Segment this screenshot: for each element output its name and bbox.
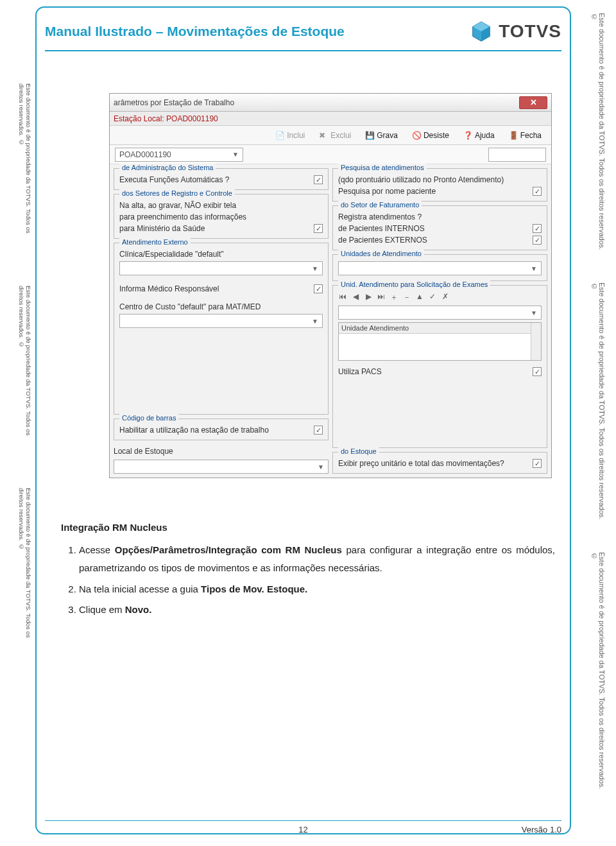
label-habilitar-estacao: Habilitar a utilização na estação de tra…	[119, 426, 269, 435]
exclui-icon: ✖	[319, 131, 328, 140]
chevron-down-icon: ▼	[531, 265, 537, 272]
exclui-button[interactable]: ✖ Exclui	[313, 128, 357, 142]
checkbox-funcoes-auto[interactable]: ✓	[314, 175, 323, 184]
add-icon[interactable]: ＋	[389, 292, 398, 303]
label-pacientes-externos: de Pacientes EXTERNOS	[338, 236, 427, 245]
side-text-left: Este documento é de propriedade da TOTVS…	[18, 83, 32, 250]
window-subtitle: Estação Local: POAD0001190	[110, 112, 551, 126]
grava-icon: 💾	[365, 131, 374, 140]
group-setor-faturamento: do Setor de Faturamento Registra atendim…	[332, 205, 547, 250]
grava-button[interactable]: 💾 Grava	[359, 128, 404, 142]
prev-icon[interactable]: ◀	[351, 292, 360, 303]
station-row: POAD0001190 ▼	[110, 145, 551, 164]
group-atendimento-externo: Atendimento Externo Clínica/Especialidad…	[114, 243, 329, 415]
instruction-text: Integração RM Nucleus Acesse Opções/Parâ…	[61, 519, 555, 622]
group-pesquisa-atendimentos: Pesquisa de atendimentos (qdo prontuário…	[332, 168, 547, 202]
desiste-icon: 🚫	[412, 131, 421, 140]
remove-icon[interactable]: －	[402, 292, 411, 303]
desiste-button[interactable]: 🚫 Desiste	[406, 128, 455, 142]
list-toolbar: ⏮ ◀ ▶ ⏭ ＋ － ▲ ✓ ✗	[338, 292, 542, 303]
ajuda-label: Ajuda	[475, 131, 495, 140]
next-icon[interactable]: ▶	[364, 292, 373, 303]
text-span: Acesse	[79, 544, 115, 555]
cancel-icon[interactable]: ✗	[441, 292, 450, 303]
unid-exame-combo[interactable]: ▼	[338, 306, 542, 320]
section-heading: Integração RM Nucleus	[61, 519, 555, 537]
inclui-icon: 📄	[275, 131, 284, 140]
ajuda-button[interactable]: ❓ Ajuda	[458, 128, 501, 142]
totvs-cube-icon	[469, 19, 493, 44]
checkbox-ministerio-saude[interactable]: ✓	[314, 224, 323, 233]
label-exibir-preco: Exibir preço unitário e total das movime…	[338, 459, 504, 468]
first-icon[interactable]: ⏮	[338, 292, 347, 303]
label-medico-responsavel: Informa Médico Responsável	[119, 284, 219, 293]
label-alta-gravar-1: Na alta, ao gravar, NÃO exibir tela	[119, 201, 323, 210]
side-text-right: Este documento é de propriedade da TOTVS…	[590, 282, 606, 526]
checkbox-pacientes-externos[interactable]: ✓	[533, 236, 542, 245]
checkbox-exibir-preco[interactable]: ✓	[533, 459, 542, 468]
confirm-icon[interactable]: ✓	[428, 292, 437, 303]
group-title: dos Setores de Registro e Controle	[119, 189, 235, 197]
window-body: de Administração do Sistema Executa Funç…	[110, 164, 551, 478]
label-alta-gravar-2: para preenchimento das informações	[119, 212, 323, 221]
label-funcoes-auto: Executa Funções Automáticas ?	[119, 175, 229, 184]
side-text-right: Este documento é de propriedade da TOTVS…	[590, 552, 606, 796]
group-title: do Setor de Faturamento	[338, 201, 422, 209]
label-pesquisa-nome: Pesquisa por nome paciente	[338, 187, 436, 196]
instruction-item-3: Clique em Novo.	[79, 601, 555, 619]
side-text-right: Este documento é de propriedade da TOTVS…	[590, 13, 606, 257]
text-bold: Tipos de Mov. Estoque.	[201, 583, 307, 594]
page-number: 12	[298, 825, 307, 834]
chevron-down-icon: ▼	[312, 318, 318, 325]
exclui-label: Exclui	[330, 131, 351, 140]
checkbox-pacientes-internos[interactable]: ✓	[533, 224, 542, 233]
aux-combo[interactable]	[488, 148, 546, 162]
checkbox-habilitar-estacao[interactable]: ✓	[314, 426, 323, 435]
text-span: Clique em	[79, 604, 125, 615]
close-icon: ✕	[530, 98, 537, 107]
ajuda-icon: ❓	[463, 131, 472, 140]
group-do-estoque: do Estoque Exibir preço unitário e total…	[332, 452, 547, 474]
fecha-icon: 🚪	[509, 131, 518, 140]
last-icon[interactable]: ⏭	[377, 292, 386, 303]
checkbox-medico-responsavel[interactable]: ✓	[314, 284, 323, 293]
right-column: Pesquisa de atendimentos (qdo prontuário…	[332, 168, 547, 474]
page-footer: 12 Versão 1.0	[45, 820, 561, 834]
checkbox-pesquisa-nome[interactable]: ✓	[533, 187, 542, 196]
unidades-listbox[interactable]: Unidade Atendimento	[338, 322, 542, 361]
chevron-down-icon: ▼	[312, 265, 318, 272]
label-registra-atendimentos: Registra atendimentos ?	[338, 212, 542, 221]
group-title: Atendimento Externo	[119, 238, 191, 246]
group-unidades-atendimento: Unidades de Atendimento ▼	[332, 254, 547, 281]
label-clinica-default: Clínica/Especialidade "default"	[119, 250, 323, 259]
list-header: Unidade Atendimento	[339, 323, 541, 334]
up-icon[interactable]: ▲	[415, 292, 424, 303]
dialog-window: arâmetros por Estação de Trabalho ✕ Esta…	[109, 93, 552, 478]
label-ministerio-saude: para Ministério da Saúde	[119, 224, 205, 233]
scrollbar[interactable]	[531, 323, 541, 360]
centro-custo-combo[interactable]: ▼	[119, 314, 323, 328]
clinica-combo[interactable]: ▼	[119, 261, 323, 275]
station-combo[interactable]: POAD0001190 ▼	[115, 148, 243, 162]
close-button[interactable]: ✕	[519, 96, 547, 109]
label-pacientes-internos: de Pacientes INTERNOS	[338, 224, 425, 233]
fecha-button[interactable]: 🚪 Fecha	[503, 128, 547, 142]
version-label: Versão 1.0	[522, 825, 561, 834]
chevron-down-icon: ▼	[531, 309, 537, 316]
checkbox-utiliza-pacs[interactable]: ✓	[533, 367, 542, 376]
left-column: de Administração do Sistema Executa Funç…	[114, 168, 329, 474]
group-title: Código de barras	[119, 414, 178, 422]
side-text-left: Este documento é de propriedade da TOTVS…	[18, 286, 32, 453]
chevron-down-icon: ▼	[232, 151, 239, 158]
chevron-down-icon: ▼	[318, 463, 324, 470]
brand-logo: TOTVS	[469, 19, 561, 44]
group-unid-solicitacao-exames: Unid. Atendimento para Solicitação de Ex…	[332, 285, 547, 448]
local-estoque-combo[interactable]: ▼	[114, 460, 329, 474]
instruction-item-2: Na tela inicial acesse a guia Tipos de M…	[79, 580, 555, 599]
window-title: arâmetros por Estação de Trabalho	[114, 98, 234, 107]
inclui-button[interactable]: 📄 Inclui	[270, 128, 311, 142]
window-toolbar: 📄 Inclui ✖ Exclui 💾 Grava 🚫 Desiste ❓ Aj…	[110, 126, 551, 145]
label-centro-custo: Centro de Custo "default" para MAT/MED	[119, 302, 323, 311]
text-bold: Novo.	[125, 604, 152, 615]
unidades-combo[interactable]: ▼	[338, 261, 542, 275]
